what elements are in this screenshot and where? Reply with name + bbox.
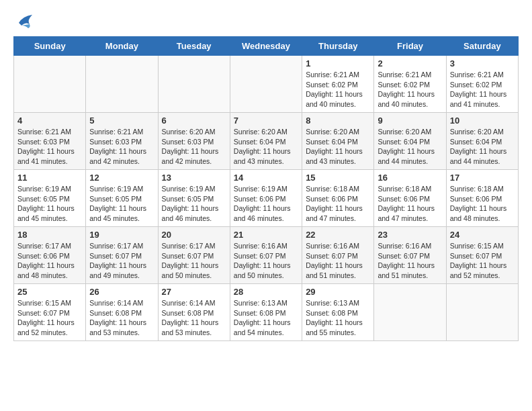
day-number: 8 (306, 116, 370, 126)
weekday-header-tuesday: Tuesday (158, 37, 230, 56)
day-number: 28 (234, 287, 298, 297)
calendar-cell: 10Sunrise: 6:20 AM Sunset: 6:04 PM Dayli… (446, 113, 518, 170)
calendar-cell: 8Sunrise: 6:20 AM Sunset: 6:04 PM Daylig… (302, 113, 374, 170)
calendar-cell: 4Sunrise: 6:21 AM Sunset: 6:03 PM Daylig… (14, 113, 86, 170)
weekday-header-friday: Friday (374, 37, 446, 56)
day-info: Sunrise: 6:21 AM Sunset: 6:02 PM Dayligh… (450, 70, 515, 109)
logo-bird-icon (13, 13, 35, 32)
day-number: 27 (162, 287, 226, 297)
day-number: 1 (306, 58, 370, 68)
day-number: 2 (378, 58, 442, 68)
day-info: Sunrise: 6:19 AM Sunset: 6:06 PM Dayligh… (234, 184, 298, 224)
day-info: Sunrise: 6:14 AM Sunset: 6:08 PM Dayligh… (162, 298, 226, 338)
day-number: 16 (378, 173, 442, 183)
day-info: Sunrise: 6:20 AM Sunset: 6:04 PM Dayligh… (234, 127, 298, 167)
day-info: Sunrise: 6:21 AM Sunset: 6:02 PM Dayligh… (378, 70, 442, 109)
day-info: Sunrise: 6:21 AM Sunset: 6:03 PM Dayligh… (89, 127, 154, 167)
calendar-week-row: 11Sunrise: 6:19 AM Sunset: 6:05 PM Dayli… (14, 170, 519, 227)
day-number: 11 (17, 173, 82, 183)
calendar-cell: 29Sunrise: 6:13 AM Sunset: 6:08 PM Dayli… (302, 284, 374, 341)
calendar-cell (158, 56, 230, 113)
logo (13, 13, 35, 30)
day-info: Sunrise: 6:15 AM Sunset: 6:07 PM Dayligh… (17, 298, 82, 338)
day-number: 13 (162, 173, 226, 183)
calendar-cell: 15Sunrise: 6:18 AM Sunset: 6:06 PM Dayli… (302, 170, 374, 227)
day-info: Sunrise: 6:13 AM Sunset: 6:08 PM Dayligh… (234, 298, 298, 338)
day-number: 10 (450, 116, 515, 126)
calendar-week-row: 25Sunrise: 6:15 AM Sunset: 6:07 PM Dayli… (14, 284, 519, 341)
calendar-cell: 23Sunrise: 6:16 AM Sunset: 6:07 PM Dayli… (374, 227, 446, 284)
day-info: Sunrise: 6:17 AM Sunset: 6:07 PM Dayligh… (89, 241, 154, 281)
calendar-cell: 17Sunrise: 6:18 AM Sunset: 6:06 PM Dayli… (446, 170, 518, 227)
weekday-header-row: SundayMondayTuesdayWednesdayThursdayFrid… (14, 37, 519, 56)
day-info: Sunrise: 6:17 AM Sunset: 6:06 PM Dayligh… (17, 241, 82, 281)
day-number: 3 (450, 58, 515, 68)
day-info: Sunrise: 6:13 AM Sunset: 6:08 PM Dayligh… (306, 298, 370, 338)
day-number: 22 (306, 230, 370, 240)
day-number: 20 (162, 230, 226, 240)
calendar-cell: 22Sunrise: 6:16 AM Sunset: 6:07 PM Dayli… (302, 227, 374, 284)
calendar-cell: 14Sunrise: 6:19 AM Sunset: 6:06 PM Dayli… (230, 170, 302, 227)
calendar-week-row: 18Sunrise: 6:17 AM Sunset: 6:06 PM Dayli… (14, 227, 519, 284)
day-info: Sunrise: 6:21 AM Sunset: 6:03 PM Dayligh… (17, 127, 82, 167)
header (13, 13, 519, 30)
calendar-cell: 25Sunrise: 6:15 AM Sunset: 6:07 PM Dayli… (14, 284, 86, 341)
calendar-cell (230, 56, 302, 113)
day-number: 4 (17, 116, 82, 126)
day-number: 5 (89, 116, 154, 126)
calendar-cell: 3Sunrise: 6:21 AM Sunset: 6:02 PM Daylig… (446, 56, 518, 113)
day-number: 9 (378, 116, 442, 126)
day-info: Sunrise: 6:20 AM Sunset: 6:04 PM Dayligh… (378, 127, 442, 167)
day-info: Sunrise: 6:17 AM Sunset: 6:07 PM Dayligh… (162, 241, 226, 281)
day-info: Sunrise: 6:14 AM Sunset: 6:08 PM Dayligh… (89, 298, 154, 338)
day-info: Sunrise: 6:20 AM Sunset: 6:04 PM Dayligh… (306, 127, 370, 167)
day-info: Sunrise: 6:20 AM Sunset: 6:04 PM Dayligh… (450, 127, 515, 167)
day-number: 29 (306, 287, 370, 297)
weekday-header-sunday: Sunday (14, 37, 86, 56)
calendar-cell: 2Sunrise: 6:21 AM Sunset: 6:02 PM Daylig… (374, 56, 446, 113)
calendar-cell: 28Sunrise: 6:13 AM Sunset: 6:08 PM Dayli… (230, 284, 302, 341)
calendar-cell: 11Sunrise: 6:19 AM Sunset: 6:05 PM Dayli… (14, 170, 86, 227)
calendar-cell: 26Sunrise: 6:14 AM Sunset: 6:08 PM Dayli… (86, 284, 158, 341)
day-number: 15 (306, 173, 370, 183)
day-number: 12 (89, 173, 154, 183)
day-number: 17 (450, 173, 515, 183)
day-info: Sunrise: 6:18 AM Sunset: 6:06 PM Dayligh… (450, 184, 515, 224)
calendar-cell: 12Sunrise: 6:19 AM Sunset: 6:05 PM Dayli… (86, 170, 158, 227)
calendar-week-row: 4Sunrise: 6:21 AM Sunset: 6:03 PM Daylig… (14, 113, 519, 170)
day-number: 26 (89, 287, 154, 297)
calendar-cell: 16Sunrise: 6:18 AM Sunset: 6:06 PM Dayli… (374, 170, 446, 227)
day-number: 19 (89, 230, 154, 240)
calendar-cell: 21Sunrise: 6:16 AM Sunset: 6:07 PM Dayli… (230, 227, 302, 284)
day-info: Sunrise: 6:20 AM Sunset: 6:03 PM Dayligh… (162, 127, 226, 167)
day-number: 24 (450, 230, 515, 240)
day-info: Sunrise: 6:16 AM Sunset: 6:07 PM Dayligh… (234, 241, 298, 281)
day-info: Sunrise: 6:18 AM Sunset: 6:06 PM Dayligh… (378, 184, 442, 224)
day-number: 7 (234, 116, 298, 126)
day-number: 25 (17, 287, 82, 297)
weekday-header-monday: Monday (86, 37, 158, 56)
weekday-header-wednesday: Wednesday (230, 37, 302, 56)
calendar-cell: 5Sunrise: 6:21 AM Sunset: 6:03 PM Daylig… (86, 113, 158, 170)
day-number: 6 (162, 116, 226, 126)
calendar-cell: 7Sunrise: 6:20 AM Sunset: 6:04 PM Daylig… (230, 113, 302, 170)
weekday-header-saturday: Saturday (446, 37, 518, 56)
day-info: Sunrise: 6:21 AM Sunset: 6:02 PM Dayligh… (306, 70, 370, 109)
day-info: Sunrise: 6:19 AM Sunset: 6:05 PM Dayligh… (162, 184, 226, 224)
calendar-cell (14, 56, 86, 113)
calendar-table: SundayMondayTuesdayWednesdayThursdayFrid… (13, 36, 519, 341)
day-number: 23 (378, 230, 442, 240)
day-info: Sunrise: 6:16 AM Sunset: 6:07 PM Dayligh… (306, 241, 370, 281)
calendar-cell: 6Sunrise: 6:20 AM Sunset: 6:03 PM Daylig… (158, 113, 230, 170)
day-info: Sunrise: 6:15 AM Sunset: 6:07 PM Dayligh… (450, 241, 515, 281)
calendar-cell: 20Sunrise: 6:17 AM Sunset: 6:07 PM Dayli… (158, 227, 230, 284)
calendar-cell: 1Sunrise: 6:21 AM Sunset: 6:02 PM Daylig… (302, 56, 374, 113)
calendar-cell (374, 284, 446, 341)
day-number: 14 (234, 173, 298, 183)
day-info: Sunrise: 6:18 AM Sunset: 6:06 PM Dayligh… (306, 184, 370, 224)
calendar-cell (86, 56, 158, 113)
day-info: Sunrise: 6:19 AM Sunset: 6:05 PM Dayligh… (17, 184, 82, 224)
weekday-header-thursday: Thursday (302, 37, 374, 56)
calendar-cell (446, 284, 518, 341)
calendar-cell: 18Sunrise: 6:17 AM Sunset: 6:06 PM Dayli… (14, 227, 86, 284)
